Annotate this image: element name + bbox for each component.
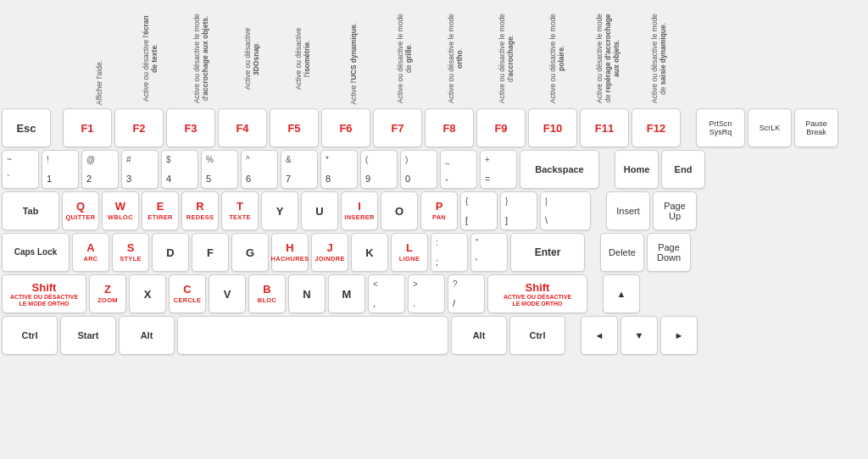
tooltip-f5: Active ou désactive l'isométrie. xyxy=(278,12,327,105)
key-prtscn[interactable]: PrtScnSysRq xyxy=(696,108,745,147)
key-esc[interactable]: Esc xyxy=(2,108,51,147)
key-b[interactable]: B BLOC xyxy=(248,274,286,313)
key-a[interactable]: A ARC xyxy=(72,233,109,272)
key-f11[interactable]: F11 xyxy=(580,108,629,147)
key-insert[interactable]: Insert xyxy=(606,191,650,230)
key-enter[interactable]: Enter xyxy=(510,233,585,272)
key-minus[interactable]: _ - xyxy=(440,150,477,189)
key-greater[interactable]: > . xyxy=(408,274,445,313)
key-f6[interactable]: F6 xyxy=(321,108,370,147)
key-t[interactable]: T TEXTE xyxy=(221,191,259,230)
key-h[interactable]: H HACHURES xyxy=(271,233,309,272)
key-f[interactable]: F xyxy=(192,233,229,272)
tooltip-f2: Active ou désactive l'écran de texte. xyxy=(125,12,175,105)
tooltip-f4: Active ou désactive 3DOsnap. xyxy=(227,12,276,105)
key-pageup[interactable]: PageUp xyxy=(653,191,697,230)
key-q[interactable]: Q QUITTER xyxy=(62,191,99,230)
key-semicolon[interactable]: : ; xyxy=(431,233,468,272)
key-f10[interactable]: F10 xyxy=(528,108,577,147)
key-alt-left[interactable]: Alt xyxy=(119,316,175,355)
key-less[interactable]: < , xyxy=(368,274,405,313)
key-4[interactable]: $ 4 xyxy=(161,150,198,189)
key-m[interactable]: M xyxy=(328,274,365,313)
number-row: ~ ` ! 1 @ 2 # 3 $ 4 xyxy=(2,150,866,189)
home-row: Caps Lock A ARC S STYLE D F G H HACHURES… xyxy=(2,233,866,272)
tooltip-f10: Active ou désactive le mode polaire. xyxy=(532,12,581,105)
key-v[interactable]: V xyxy=(209,274,246,313)
key-arrow-up[interactable]: ▲ xyxy=(603,274,640,313)
key-u[interactable]: U xyxy=(301,191,338,230)
key-end[interactable]: End xyxy=(661,150,705,189)
key-alt-right[interactable]: Alt xyxy=(451,316,507,355)
key-capslock[interactable]: Caps Lock xyxy=(2,233,70,272)
key-space[interactable] xyxy=(177,316,448,355)
key-f9[interactable]: F9 xyxy=(476,108,526,147)
key-pagedown[interactable]: PageDown xyxy=(647,233,691,272)
key-f1[interactable]: F1 xyxy=(63,108,112,147)
keyboard: Afficher l'aide. Active ou désactive l'é… xyxy=(2,3,866,357)
key-2[interactable]: @ 2 xyxy=(81,150,119,189)
key-ctrl-left[interactable]: Ctrl xyxy=(2,316,58,355)
key-l[interactable]: L LIGNE xyxy=(391,233,428,272)
key-tilde[interactable]: ~ ` xyxy=(2,150,39,189)
key-start[interactable]: Start xyxy=(60,316,116,355)
key-home[interactable]: Home xyxy=(615,150,659,189)
key-d[interactable]: D xyxy=(152,233,189,272)
key-z[interactable]: Z ZOOM xyxy=(89,274,126,313)
key-f3[interactable]: F3 xyxy=(166,108,215,147)
key-f4[interactable]: F4 xyxy=(218,108,267,147)
key-backslash[interactable]: | \ xyxy=(540,191,591,230)
key-r[interactable]: R REDESS xyxy=(181,191,219,230)
key-arrow-left[interactable]: ◄ xyxy=(581,316,618,355)
key-c[interactable]: C CERCLE xyxy=(169,274,206,313)
key-f2[interactable]: F2 xyxy=(114,108,164,147)
key-arrow-down[interactable]: ▼ xyxy=(620,316,658,355)
tooltip-row: Afficher l'aide. Active ou désactive l'é… xyxy=(2,3,866,105)
key-5[interactable]: % 5 xyxy=(201,150,238,189)
key-y[interactable]: Y xyxy=(261,191,298,230)
key-bracket-right[interactable]: } ] xyxy=(500,191,537,230)
key-f7[interactable]: F7 xyxy=(373,108,422,147)
key-7[interactable]: & 7 xyxy=(281,150,318,189)
key-8[interactable]: * 8 xyxy=(320,150,358,189)
key-pause[interactable]: PauseBreak xyxy=(794,108,838,147)
key-p[interactable]: P PAN xyxy=(420,191,458,230)
tooltip-f12: Active ou désactive le mode de saisie dy… xyxy=(634,12,683,105)
key-3[interactable]: # 3 xyxy=(121,150,159,189)
key-1[interactable]: ! 1 xyxy=(42,150,79,189)
key-k[interactable]: K xyxy=(351,233,388,272)
key-9[interactable]: ( 9 xyxy=(360,150,398,189)
key-s[interactable]: S STYLE xyxy=(112,233,149,272)
key-f5[interactable]: F5 xyxy=(270,108,319,147)
key-arrow-right[interactable]: ► xyxy=(660,316,698,355)
key-w[interactable]: W WBLOC xyxy=(102,191,139,230)
key-ctrl-right[interactable]: Ctrl xyxy=(509,316,565,355)
key-x[interactable]: X xyxy=(129,274,166,313)
key-delete[interactable]: Delete xyxy=(600,233,644,272)
key-f12[interactable]: F12 xyxy=(632,108,681,147)
key-scrlock[interactable]: ScrLK xyxy=(748,108,792,147)
tooltip-f1: Afficher l'aide. xyxy=(75,60,124,105)
key-i[interactable]: I INSERER xyxy=(341,191,378,230)
shift-row: Shift ACTIVE OU DÉSACTIVELE MODE ORTHO Z… xyxy=(2,274,866,313)
key-e[interactable]: E ETIRER xyxy=(142,191,179,230)
key-tab[interactable]: Tab xyxy=(2,191,59,230)
key-o[interactable]: O xyxy=(381,191,418,230)
key-slash[interactable]: ? / xyxy=(448,274,485,313)
key-g[interactable]: G xyxy=(231,233,269,272)
tooltip-f8: Active ou désactive le mode ortho. xyxy=(431,12,480,105)
key-0[interactable]: ) 0 xyxy=(400,150,437,189)
key-shift-right[interactable]: Shift ACTIVE OU DÉSACTIVELE MODE ORTHO xyxy=(487,274,587,313)
key-6[interactable]: ^ 6 xyxy=(241,150,278,189)
key-equals[interactable]: + = xyxy=(480,150,517,189)
tooltip-f6: Active l'UCS dynamique. xyxy=(329,23,378,105)
key-f8[interactable]: F8 xyxy=(425,108,474,147)
key-quote[interactable]: " ' xyxy=(470,233,508,272)
bottom-row: Ctrl Start Alt Alt Ctrl ◄ ▼ ► xyxy=(2,316,866,355)
key-backspace[interactable]: Backspace xyxy=(520,150,599,189)
key-n[interactable]: N xyxy=(288,274,326,313)
key-shift-left[interactable]: Shift ACTIVE OU DÉSACTIVELE MODE ORTHO xyxy=(2,274,86,313)
function-row: Esc F1 F2 F3 F4 F5 F6 F7 F8 F9 F10 xyxy=(2,108,866,147)
key-bracket-left[interactable]: { [ xyxy=(460,191,498,230)
key-j[interactable]: J JOINDRE xyxy=(311,233,348,272)
